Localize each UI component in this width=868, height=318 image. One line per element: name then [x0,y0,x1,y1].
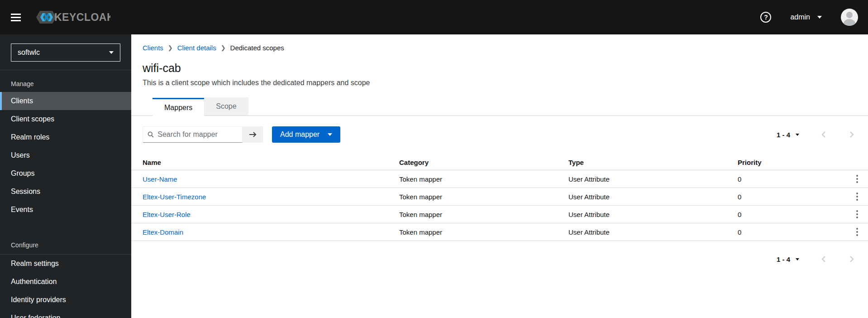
page-title: wifi-cab [143,62,868,75]
search-input-wrapper [143,126,243,143]
sidebar-item-events[interactable]: Events [0,201,131,219]
pagination-next-button[interactable] [840,131,863,138]
table-row: Eltex-Domain Token mapper User Attribute… [131,223,868,241]
cell-priority: 0 [738,175,842,183]
pagination-top: 1 - 4 [777,126,863,143]
chevron-down-icon [109,51,114,54]
tab-mappers[interactable]: Mappers [153,98,204,116]
chevron-right-icon [849,131,854,138]
avatar-head [846,12,853,18]
search-icon [148,131,154,138]
mappers-table: Name Category Type Priority User-Name To… [131,154,868,241]
kebab-menu-icon[interactable] [854,226,860,238]
mapper-link[interactable]: Eltex-Domain [143,228,183,236]
sidebar-item-groups[interactable]: Groups [0,164,131,183]
main-content: Clients ❯ Client details ❯ Dedicated sco… [131,34,868,318]
sidebar: softwlc Manage Clients Client scopes Rea… [0,34,131,318]
keycloak-logo[interactable]: KEYCLOAK [34,8,110,26]
pagination-bottom: 1 - 4 [131,251,863,267]
cell-priority: 0 [738,193,842,201]
user-menu[interactable]: admin [790,13,822,21]
arrow-right-icon [249,131,257,138]
realm-selector[interactable]: softwlc [11,43,120,62]
avatar[interactable] [841,9,858,26]
column-name: Name [131,159,399,166]
avatar-body [844,19,855,26]
nav-group-manage: Manage [0,75,131,92]
sidebar-item-realm-roles[interactable]: Realm roles [0,128,131,146]
pagination-menu-toggle[interactable]: 1 - 4 [777,131,799,139]
hamburger-menu-icon[interactable] [11,12,21,23]
nav-group-configure: Configure [0,236,131,253]
mapper-link[interactable]: User-Name [143,175,177,183]
sidebar-item-sessions[interactable]: Sessions [0,183,131,201]
chevron-right-icon: ❯ [168,44,173,51]
breadcrumb-client-details[interactable]: Client details [177,44,216,52]
breadcrumb-current: Dedicated scopes [230,44,284,52]
kebab-menu-icon[interactable] [854,191,860,202]
cell-type: User Attribute [568,175,738,183]
help-icon[interactable]: ? [760,12,771,23]
page-subtitle: This is a client scope which includes th… [143,79,868,87]
chevron-right-icon [849,255,854,263]
cell-category: Token mapper [399,228,568,236]
table-row: Eltex-User-Role Token mapper User Attrib… [131,206,868,223]
pagination-prev-button[interactable] [812,255,835,263]
sidebar-item-client-scopes[interactable]: Client scopes [0,110,131,128]
search-input[interactable] [157,130,238,139]
pagination-prev-button[interactable] [812,131,835,138]
sidebar-item-realm-settings[interactable]: Realm settings [0,255,131,273]
masthead: KEYCLOAK ? admin [0,0,868,34]
table-row: Eltex-User-Timezone Token mapper User At… [131,188,868,206]
breadcrumb-clients[interactable]: Clients [143,44,163,52]
pagination-menu-toggle[interactable]: 1 - 4 [777,255,799,263]
sidebar-item-authentication[interactable]: Authentication [0,273,131,291]
pagination-range: 1 - 4 [777,255,790,263]
chevron-down-icon [817,16,822,19]
username-label: admin [790,13,810,21]
cell-type: User Attribute [568,228,738,236]
chevron-left-icon [821,255,826,263]
caret-down-icon [796,258,799,260]
search-submit-button[interactable] [243,126,263,143]
cell-category: Token mapper [399,211,568,218]
pagination-next-button[interactable] [840,255,863,263]
sidebar-item-users[interactable]: Users [0,146,131,164]
column-category: Category [399,159,568,166]
column-priority: Priority [738,159,842,166]
kebab-menu-icon[interactable] [854,173,860,185]
caret-down-icon [328,133,332,136]
sidebar-item-identity-providers[interactable]: Identity providers [0,291,131,309]
pagination-range: 1 - 4 [777,131,790,139]
sidebar-item-clients[interactable]: Clients [0,92,131,110]
realm-name: softwlc [18,48,40,57]
add-mapper-button[interactable]: Add mapper [272,126,340,143]
cell-priority: 0 [738,228,842,236]
toolbar: Add mapper 1 - 4 [143,126,857,143]
cell-type: User Attribute [568,193,738,201]
cell-type: User Attribute [568,211,738,218]
svg-text:KEYCLOAK: KEYCLOAK [54,11,110,23]
breadcrumb: Clients ❯ Client details ❯ Dedicated sco… [143,44,868,52]
chevron-right-icon: ❯ [221,44,226,51]
cell-category: Token mapper [399,193,568,201]
kebab-menu-icon[interactable] [854,208,860,220]
mapper-link[interactable]: Eltex-User-Timezone [143,193,206,201]
sidebar-item-user-federation[interactable]: User federation [0,309,131,318]
cell-priority: 0 [738,211,842,218]
caret-down-icon [796,134,799,136]
table-header: Name Category Type Priority [131,154,868,170]
column-type: Type [568,159,738,166]
chevron-left-icon [821,131,826,138]
cell-category: Token mapper [399,175,568,183]
table-row: User-Name Token mapper User Attribute 0 [131,170,868,188]
mapper-link[interactable]: Eltex-User-Role [143,211,191,218]
tab-scope[interactable]: Scope [204,97,248,116]
keycloak-logo-image: KEYCLOAK [34,8,110,26]
tabs: Mappers Scope [131,98,868,116]
